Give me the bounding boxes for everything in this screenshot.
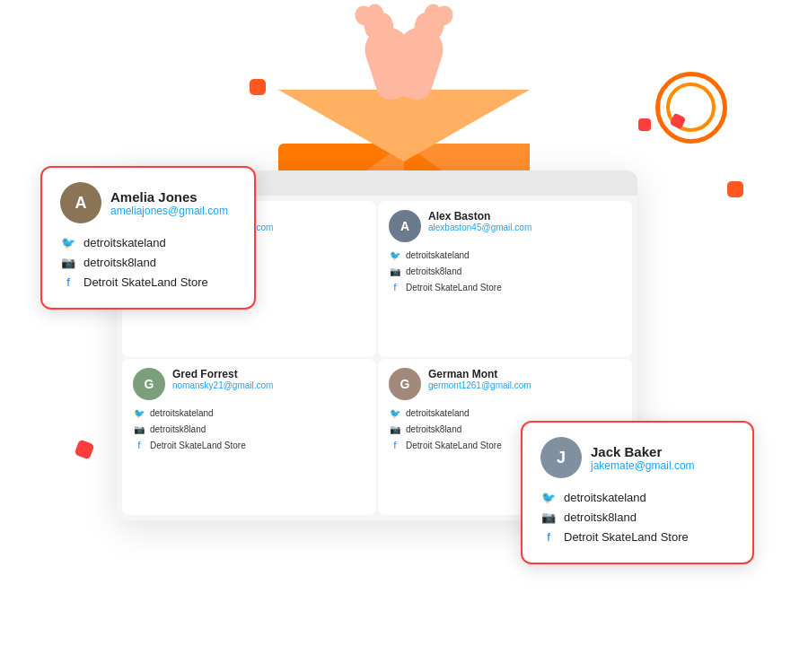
deco-red-sq-bottom-left	[74, 439, 94, 459]
german-twitter: 🐦 detroitskateland	[389, 407, 621, 420]
instagram-icon: 📷	[389, 423, 401, 436]
alex-avatar: A	[389, 210, 421, 242]
amelia-float-avatar: A	[60, 182, 101, 223]
gred-twitter: 🐦 detroitskateland	[133, 407, 365, 420]
floating-card-amelia: A Amelia Jones ameliajones@gmail.com 🐦 d…	[40, 166, 256, 310]
alex-facebook: f Detroit SkateLand Store	[389, 282, 621, 294]
facebook-icon: f	[60, 274, 76, 290]
amelia-float-name: Amelia Jones	[110, 189, 228, 205]
gred-facebook: f Detroit SkateLand Store	[133, 440, 365, 452]
amelia-twitter-row: 🐦 detroitskateland	[60, 234, 236, 250]
deco-red-left-top	[638, 118, 651, 131]
german-name: German Mont	[428, 368, 531, 380]
alex-twitter: 🐦 detroitskateland	[389, 249, 621, 262]
contact-card-alex: A Alex Baston alexbaston45@gmail.com 🐦 d…	[378, 201, 632, 357]
amelia-instagram-row: 📷 detroitsk8land	[60, 254, 236, 270]
facebook-icon: f	[133, 440, 145, 452]
gred-email: nomansky21@gmail.com	[172, 380, 273, 391]
instagram-icon: 📷	[133, 423, 145, 436]
alex-instagram: 📷 detroitsk8land	[389, 266, 621, 278]
twitter-icon: 🐦	[133, 407, 145, 420]
ring-decoration	[655, 72, 727, 144]
twitter-icon: 🐦	[389, 249, 401, 262]
gred-header: G Gred Forrest nomansky21@gmail.com	[133, 368, 365, 400]
twitter-icon: 🐦	[389, 407, 401, 420]
twitter-icon: 🐦	[60, 234, 76, 250]
instagram-icon: 📷	[540, 509, 557, 525]
gred-instagram: 📷 detroitsk8land	[133, 423, 365, 436]
scene: F Felicia Hardee feliciahardee@gmail.com…	[0, 0, 808, 672]
amelia-float-header: A Amelia Jones ameliajones@gmail.com	[60, 182, 236, 223]
contact-card-gred: G Gred Forrest nomansky21@gmail.com 🐦 de…	[122, 359, 376, 515]
german-avatar: G	[389, 368, 421, 400]
jack-float-header: J Jack Baker jakemate@gmail.com	[540, 437, 734, 478]
instagram-icon: 📷	[389, 266, 401, 278]
amelia-facebook-row: f Detroit SkateLand Store	[60, 274, 236, 290]
amelia-float-email: ameliajones@gmail.com	[110, 205, 228, 217]
facebook-icon: f	[389, 440, 401, 452]
jack-float-avatar: J	[540, 437, 582, 478]
alex-name: Alex Baston	[428, 210, 531, 223]
jack-float-email: jakemate@gmail.com	[591, 459, 695, 472]
instagram-icon: 📷	[60, 254, 76, 270]
alex-email: alexbaston45@gmail.com	[428, 223, 531, 233]
jack-float-name: Jack Baker	[591, 444, 695, 459]
german-email: germont1261@gmail.com	[428, 380, 531, 391]
gred-avatar: G	[133, 368, 165, 400]
gred-name: Gred Forrest	[172, 368, 273, 380]
alex-header: A Alex Baston alexbaston45@gmail.com	[389, 210, 621, 242]
twitter-icon: 🐦	[540, 489, 557, 505]
jack-instagram-row: 📷 detroitsk8land	[540, 509, 734, 525]
facebook-icon: f	[389, 282, 401, 294]
facebook-icon: f	[540, 528, 557, 545]
deco-orange-right	[727, 181, 743, 197]
german-header: G German Mont germont1261@gmail.com	[389, 368, 621, 400]
floating-card-jack: J Jack Baker jakemate@gmail.com 🐦 detroi…	[521, 421, 754, 564]
jack-facebook-row: f Detroit SkateLand Store	[540, 528, 734, 545]
jack-twitter-row: 🐦 detroitskateland	[540, 489, 734, 505]
